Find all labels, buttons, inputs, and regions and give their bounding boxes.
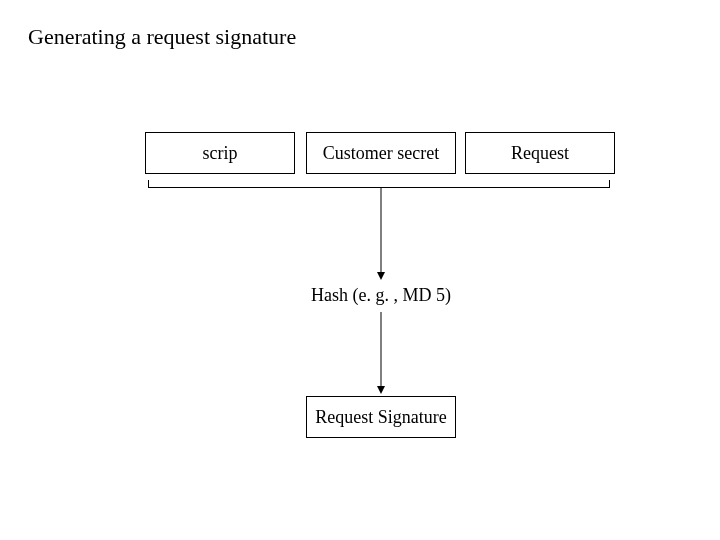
box-scrip: scrip — [145, 132, 295, 174]
box-request: Request — [465, 132, 615, 174]
box-customer-secret: Customer secret — [306, 132, 456, 174]
arrow-inputs-to-hash — [376, 188, 386, 280]
hash-step-label: Hash (e. g. , MD 5) — [306, 285, 456, 306]
diagram-canvas: Generating a request signature scrip Cus… — [0, 0, 720, 540]
box-request-label: Request — [511, 143, 569, 164]
box-scrip-label: scrip — [203, 143, 238, 164]
svg-marker-1 — [377, 272, 385, 280]
diagram-title: Generating a request signature — [28, 24, 296, 50]
box-request-signature-label: Request Signature — [315, 407, 446, 428]
box-request-signature: Request Signature — [306, 396, 456, 438]
arrow-hash-to-signature — [376, 312, 386, 394]
svg-marker-3 — [377, 386, 385, 394]
merge-bracket — [148, 180, 610, 188]
box-customer-secret-label: Customer secret — [323, 143, 439, 164]
